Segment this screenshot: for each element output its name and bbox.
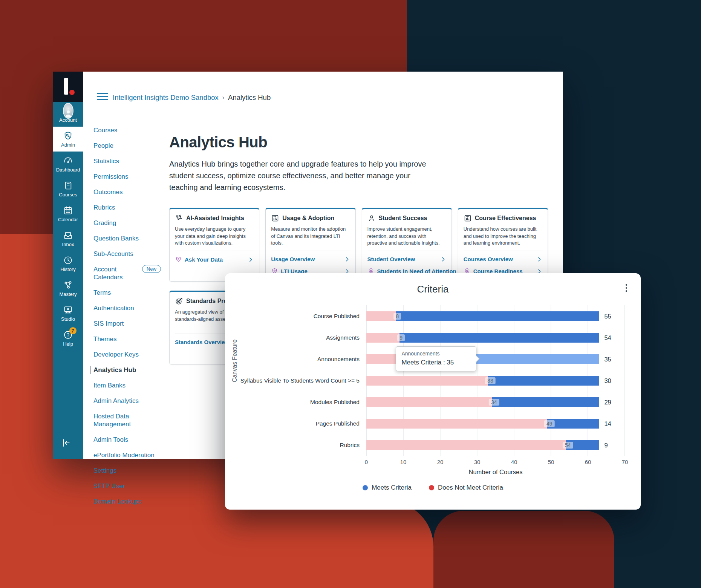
rail-item-admin[interactable]: Admin: [53, 127, 83, 152]
molecule-icon: [175, 214, 183, 222]
rail-item-courses[interactable]: Courses: [53, 176, 83, 201]
nav-item-sub-accounts[interactable]: Sub-Accounts: [93, 250, 165, 258]
bar-meets-criteria[interactable]: [470, 354, 599, 364]
nav-item-grading[interactable]: Grading: [93, 219, 165, 227]
nav-item-settings[interactable]: Settings: [93, 467, 165, 475]
card-title: Standards Prof: [186, 298, 230, 305]
card-link-ask-your-data[interactable]: Ask Your Data: [175, 256, 254, 263]
bar-track: 954: [366, 327, 625, 348]
bar-track: 3330: [366, 370, 625, 391]
card-link-courses-overview[interactable]: Courses Overview: [464, 256, 542, 262]
legend-item-does-not-meet-criteria[interactable]: Does Not Meet Criteria: [429, 484, 503, 492]
nav-item-developer-keys[interactable]: Developer Keys: [93, 351, 165, 358]
nav-item-admin-tools[interactable]: Admin Tools: [93, 436, 165, 444]
nav-item-sftp-user[interactable]: SFTP User: [93, 482, 165, 490]
nav-item-hosted-data-management[interactable]: Hosted Data Management: [93, 412, 165, 428]
bar-does-not-meet-criteria[interactable]: [366, 440, 566, 450]
rail-item-label: Courses: [59, 192, 77, 197]
nav-item-admin-analytics[interactable]: Admin Analytics: [93, 397, 165, 405]
rail-item-mastery[interactable]: Mastery: [53, 276, 83, 301]
legend-dot: [363, 485, 368, 490]
chart-row-rubrics: Rubrics549: [225, 434, 641, 456]
nav-item-analytics-hub[interactable]: Analytics Hub: [90, 366, 165, 374]
red-shape-bottom: [0, 501, 433, 588]
criteria-modal: Criteria Course Published855Assignments9…: [225, 273, 641, 510]
category-label: Rubrics: [225, 442, 366, 449]
collapse-sidebar-button[interactable]: [53, 438, 83, 459]
rail-item-help[interactable]: ?7Help: [53, 326, 83, 351]
nav-item-themes[interactable]: Themes: [93, 335, 165, 343]
card-header: Course Effectiveness: [464, 214, 542, 222]
rail-item-account[interactable]: Account: [53, 102, 83, 127]
top-bar: Intelligent Insights Demo Sandbox › Anal…: [83, 72, 563, 111]
gauge-icon: [63, 155, 73, 166]
nav-item-people[interactable]: People: [93, 142, 165, 150]
bar-does-not-meet-criteria[interactable]: [366, 311, 396, 321]
rail-item-label: History: [60, 267, 75, 272]
bar-value-label: 29: [604, 398, 611, 406]
bar-junction-label: 8: [393, 313, 401, 320]
bar-value-label: 55: [604, 312, 611, 320]
breadcrumb-account-link[interactable]: Intelligent Insights Demo Sandbox: [113, 93, 219, 102]
category-label: Pages Published: [225, 420, 366, 427]
nav-item-label: Question Banks: [93, 234, 139, 242]
category-label: Assignments: [225, 334, 366, 341]
page-intro: Analytics Hub brings together core and u…: [169, 158, 430, 193]
chart-legend: Meets CriteriaDoes Not Meet Criteria: [225, 484, 641, 492]
rail-item-calendar[interactable]: Calendar: [53, 201, 83, 226]
nav-item-label: Grading: [93, 219, 116, 227]
nav-item-domain-lookups[interactable]: Domain Lookups: [93, 498, 165, 505]
nav-item-permissions[interactable]: Permissions: [93, 173, 165, 181]
bar-junction-label: 34: [489, 399, 499, 406]
menu-toggle-button[interactable]: [97, 93, 108, 100]
card-link-label: Standards Overvie: [175, 339, 225, 345]
bar-does-not-meet-criteria[interactable]: [366, 376, 488, 386]
card-ai-assisted-insights: AI-Assisted InsightsUse everyday languag…: [169, 208, 259, 282]
card-link-usage-overview[interactable]: Usage Overview: [271, 256, 350, 262]
nav-item-statistics[interactable]: Statistics: [93, 157, 165, 165]
bar-does-not-meet-criteria[interactable]: [366, 419, 547, 429]
nav-item-courses[interactable]: Courses: [93, 126, 165, 134]
calendar-icon: [63, 205, 73, 216]
nav-item-terms[interactable]: Terms: [93, 289, 165, 297]
bar-meets-criteria[interactable]: [547, 419, 599, 429]
nav-item-rubrics[interactable]: Rubrics: [93, 204, 165, 211]
nav-item-label: Sub-Accounts: [93, 250, 133, 258]
rail-item-inbox[interactable]: Inbox: [53, 226, 83, 251]
legend-dot: [429, 485, 434, 490]
rail-item-studio[interactable]: Studio: [53, 301, 83, 326]
bar-meets-criteria[interactable]: [399, 333, 599, 343]
instructure-logo[interactable]: [53, 72, 83, 102]
nav-item-eportfolio-moderation[interactable]: ePortfolio Moderation: [93, 451, 165, 459]
bar-meets-criteria[interactable]: [492, 397, 599, 407]
clock-icon: [63, 255, 73, 265]
nav-item-label: Item Banks: [93, 381, 126, 389]
kebab-menu-button[interactable]: [624, 282, 629, 294]
bar-value-label: 54: [604, 334, 611, 341]
nav-item-account-calendars[interactable]: Account CalendarsNew: [93, 265, 165, 281]
x-tick-label: 30: [474, 459, 481, 465]
rail-item-history[interactable]: History: [53, 251, 83, 276]
chart-rows: Course Published855Assignments954Announc…: [225, 305, 641, 456]
legend-item-meets-criteria[interactable]: Meets Criteria: [363, 484, 412, 492]
nav-item-label: Statistics: [93, 157, 119, 165]
nav-item-sis-import[interactable]: SIS Import: [93, 320, 165, 328]
bar-does-not-meet-criteria[interactable]: [366, 397, 492, 407]
nav-item-authentication[interactable]: Authentication: [93, 304, 165, 312]
x-tick-label: 20: [437, 459, 444, 465]
nav-item-outcomes[interactable]: Outcomes: [93, 188, 165, 196]
target-icon: [175, 297, 183, 305]
new-badge: New: [142, 265, 161, 273]
card-link-label: Ask Your Data: [185, 256, 223, 263]
bar-does-not-meet-criteria[interactable]: [366, 333, 399, 343]
bar-meets-criteria[interactable]: [488, 376, 599, 386]
bar-meets-criteria[interactable]: [396, 311, 599, 321]
nav-item-label: Settings: [93, 467, 116, 475]
x-tick-label: 0: [365, 459, 368, 465]
card-link-student-overview[interactable]: Student Overview: [367, 256, 446, 262]
bar-track: 855: [366, 305, 625, 327]
category-label: Syllabus Visible To Students Word Count …: [225, 377, 366, 384]
rail-item-dashboard[interactable]: Dashboard: [53, 152, 83, 176]
nav-item-question-banks[interactable]: Question Banks: [93, 234, 165, 242]
nav-item-item-banks[interactable]: Item Banks: [93, 381, 165, 389]
